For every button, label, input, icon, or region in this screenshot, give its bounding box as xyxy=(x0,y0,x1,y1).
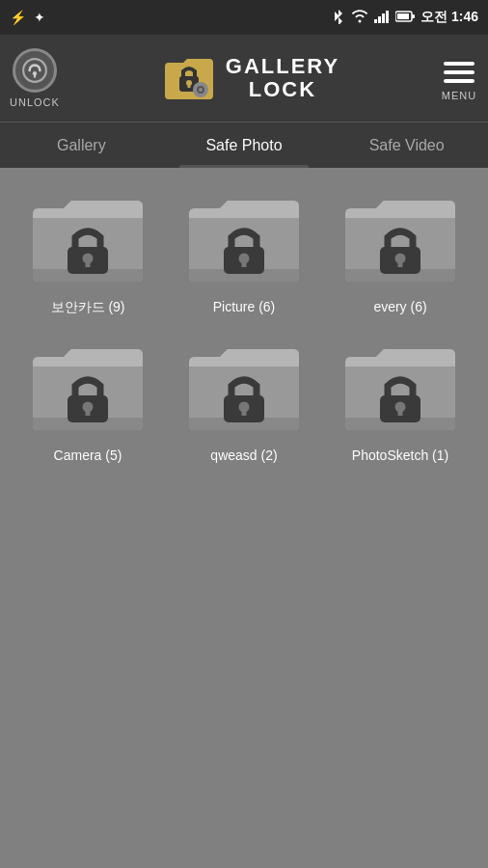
unlock-label: UNLOCK xyxy=(10,96,60,108)
notification-icon: ✦ xyxy=(34,10,45,25)
content-grid: 보안카드 (9) Picture (6) xyxy=(0,168,488,482)
status-time: 오전 1:46 xyxy=(420,9,478,26)
menu-line-1 xyxy=(444,62,474,66)
svg-rect-1 xyxy=(378,16,381,23)
svg-rect-18 xyxy=(86,258,91,267)
folder-item-5[interactable]: qweasd (2) xyxy=(171,336,317,463)
gallery-text: GALLERY xyxy=(226,55,339,78)
folder-label-3: every (6) xyxy=(373,299,426,314)
signal-icon xyxy=(374,10,390,26)
svg-rect-27 xyxy=(86,407,91,416)
folder-item-2[interactable]: Picture (6) xyxy=(171,187,317,316)
bluetooth-icon xyxy=(332,9,345,27)
app-logo-text: GALLERY LOCK xyxy=(226,55,339,101)
folder-icon-5 xyxy=(181,336,307,442)
folder-item-3[interactable]: every (6) xyxy=(327,187,474,316)
status-icons-right: 오전 1:46 xyxy=(332,9,478,27)
folder-label-1: 보안카드 (9) xyxy=(51,299,125,316)
usb-icon: ⚡ xyxy=(10,10,26,25)
folder-label-2: Picture (6) xyxy=(213,299,276,314)
folder-item-1[interactable]: 보안카드 (9) xyxy=(14,187,161,316)
svg-rect-33 xyxy=(398,407,403,416)
menu-line-3 xyxy=(444,79,474,83)
svg-rect-30 xyxy=(242,407,247,416)
unlock-circle-icon xyxy=(13,48,57,93)
svg-rect-0 xyxy=(374,19,377,23)
svg-rect-3 xyxy=(386,11,389,23)
menu-label: MENU xyxy=(442,90,476,101)
svg-rect-2 xyxy=(382,14,385,23)
folder-icon-2 xyxy=(181,187,307,293)
folder-icon-4 xyxy=(25,336,150,442)
menu-line-2 xyxy=(444,70,474,74)
menu-lines-icon xyxy=(440,55,478,90)
wifi-icon xyxy=(351,10,368,26)
folder-item-6[interactable]: PhotoSketch (1) xyxy=(327,336,474,463)
folder-icon-6 xyxy=(338,336,463,442)
lock-text: LOCK xyxy=(249,78,316,101)
svg-rect-21 xyxy=(242,258,247,267)
tab-safe-video[interactable]: Safe Video xyxy=(325,122,488,168)
svg-rect-24 xyxy=(398,258,403,267)
folder-item-4[interactable]: Camera (5) xyxy=(14,336,161,463)
folder-label-4: Camera (5) xyxy=(54,448,122,463)
tab-gallery[interactable]: Gallery xyxy=(0,122,163,168)
svg-rect-12 xyxy=(187,83,190,88)
folder-label-6: PhotoSketch (1) xyxy=(352,448,448,463)
app-logo-image xyxy=(160,49,218,107)
svg-rect-5 xyxy=(397,14,409,19)
app-bar: UNLOCK GALLERY LOCK xyxy=(0,35,488,122)
svg-point-15 xyxy=(199,88,203,92)
status-icons-left: ⚡ ✦ xyxy=(10,10,45,25)
folder-icon-3 xyxy=(338,187,463,293)
menu-button[interactable]: MENU xyxy=(440,55,478,101)
status-bar: ⚡ ✦ xyxy=(0,0,488,35)
battery-icon xyxy=(395,10,415,25)
app-logo: GALLERY LOCK xyxy=(160,49,339,107)
tab-bar: Gallery Safe Photo Safe Video xyxy=(0,122,488,168)
folder-icon-1 xyxy=(25,187,150,293)
unlock-button[interactable]: UNLOCK xyxy=(10,48,60,108)
folder-label-5: qweasd (2) xyxy=(210,448,277,463)
tab-safe-photo[interactable]: Safe Photo xyxy=(163,122,326,168)
svg-point-7 xyxy=(23,59,46,82)
svg-rect-6 xyxy=(412,14,415,18)
